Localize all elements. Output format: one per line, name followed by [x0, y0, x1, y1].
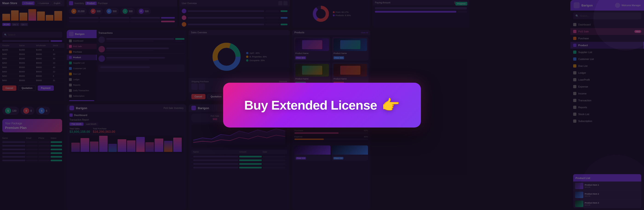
license-text: Buy Extended License 👉	[244, 96, 400, 114]
license-label: Buy Extended License	[244, 98, 377, 113]
license-emoji: 👉	[382, 96, 400, 114]
license-card[interactable]: Buy Extended License 👉	[223, 83, 421, 128]
overlay: Buy Extended License 👉	[0, 0, 644, 210]
